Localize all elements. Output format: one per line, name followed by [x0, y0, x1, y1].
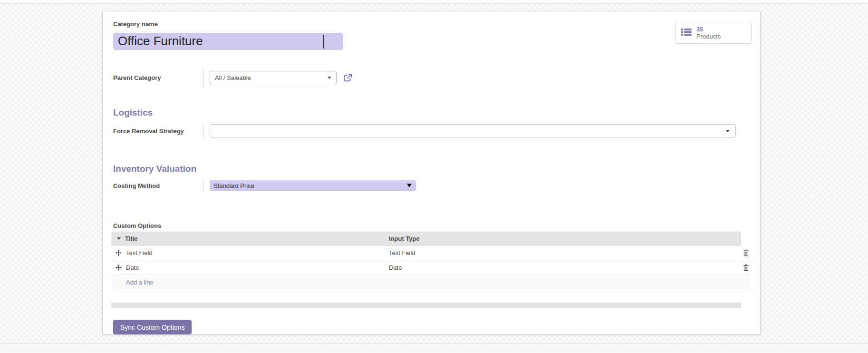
products-count: 35	[696, 26, 721, 33]
title-column-header[interactable]: Title	[111, 232, 386, 245]
costing-method-select[interactable]: Standard Price	[210, 180, 416, 191]
costing-method-label: Costing Method	[113, 182, 160, 189]
category-name-label: Category name	[113, 20, 760, 28]
force-removal-strategy-select[interactable]	[210, 124, 736, 137]
external-link-icon[interactable]	[343, 73, 352, 82]
table-header-row: Title Input Type	[111, 232, 751, 245]
input-type-header-label: Input Type	[389, 235, 420, 242]
category-form-card: 35 Products Category name Parent Categor…	[102, 11, 761, 334]
text-cursor	[323, 35, 324, 49]
title-header-label: Title	[125, 235, 138, 242]
parent-category-label: Parent Category	[113, 74, 161, 81]
actions-column-header	[741, 232, 751, 245]
custom-options-label: Custom Options	[113, 222, 760, 229]
chevron-down-icon	[726, 130, 730, 132]
force-removal-strategy-label: Force Removal Strategy	[113, 127, 184, 135]
bottom-bar	[0, 343, 868, 353]
add-a-line-link[interactable]: Add a line	[126, 279, 154, 286]
row-title: Text Field	[126, 249, 153, 256]
top-bar	[0, 0, 868, 4]
list-view-icon	[681, 28, 692, 38]
category-name-input[interactable]	[113, 33, 343, 50]
table-row[interactable]: Text Field Text Field	[111, 245, 751, 260]
inventory-valuation-section-header: Inventory Valuation	[113, 164, 760, 174]
parent-category-combobox[interactable]: All / Saleable	[210, 71, 337, 84]
parent-category-row: Parent Category All / Saleable	[113, 68, 760, 88]
costing-method-row: Costing Method Standard Price	[113, 180, 760, 191]
page-background: 35 Products Category name Parent Categor…	[0, 4, 868, 343]
chevron-down-icon	[328, 77, 331, 79]
products-stat-button[interactable]: 35 Products	[675, 22, 752, 44]
table-footer-bar	[111, 303, 741, 308]
drag-handle-icon[interactable]	[116, 265, 122, 271]
chevron-down-icon	[407, 184, 412, 187]
delete-row-icon[interactable]	[743, 249, 749, 256]
logistics-section-header: Logistics	[113, 108, 760, 118]
row-input-type: Date	[389, 264, 402, 271]
force-removal-strategy-row: Force Removal Strategy	[113, 124, 760, 137]
row-input-type: Text Field	[389, 249, 415, 256]
parent-category-value: All / Saleable	[215, 74, 251, 81]
sort-caret-icon	[117, 237, 121, 240]
products-label: Products	[696, 33, 721, 40]
table-row[interactable]: Date Date	[111, 260, 751, 275]
custom-options-table: Title Input Type	[111, 232, 751, 290]
sync-custom-options-button[interactable]: Sync Custom Options	[113, 320, 192, 334]
input-type-column-header[interactable]: Input Type	[386, 232, 741, 245]
delete-row-icon[interactable]	[743, 264, 749, 271]
costing-method-value: Standard Price	[213, 182, 254, 189]
drag-handle-icon[interactable]	[116, 250, 122, 256]
add-a-line-row: Add a line	[111, 275, 751, 290]
row-title: Date	[126, 264, 139, 271]
